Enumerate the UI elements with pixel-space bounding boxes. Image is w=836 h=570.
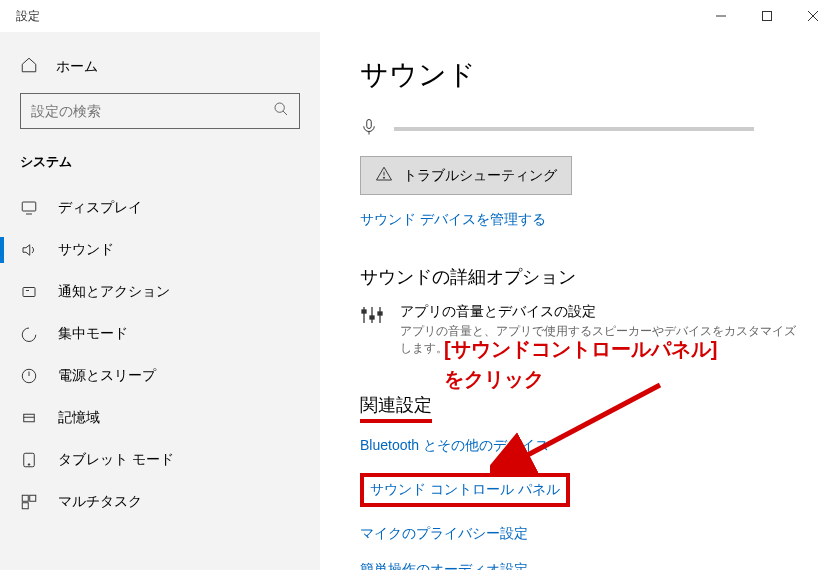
sidebar-item-label: ディスプレイ xyxy=(58,199,142,217)
link-bluetooth-devices[interactable]: Bluetooth とその他のデバイス xyxy=(360,437,796,455)
sidebar: ホーム システム ディスプレイサウンド通知とアクション集中モード電源とスリープ記… xyxy=(0,32,320,570)
sidebar-item-tablet[interactable]: タブレット モード xyxy=(0,439,320,481)
sidebar-item-display[interactable]: ディスプレイ xyxy=(0,187,320,229)
svg-point-4 xyxy=(275,103,284,112)
window-title: 設定 xyxy=(8,8,40,25)
speaker-icon xyxy=(20,241,38,259)
notification-icon xyxy=(20,283,38,301)
mic-level-meter xyxy=(394,127,754,131)
power-icon xyxy=(20,367,38,385)
warning-icon xyxy=(375,165,393,186)
maximize-button[interactable] xyxy=(744,0,790,32)
sidebar-item-multitask[interactable]: マルチタスク xyxy=(0,481,320,523)
svg-rect-18 xyxy=(22,503,28,509)
tablet-icon xyxy=(20,451,38,469)
sidebar-item-label: サウンド xyxy=(58,241,114,259)
search-input[interactable] xyxy=(20,93,300,129)
sidebar-item-label: 通知とアクション xyxy=(58,283,170,301)
svg-point-22 xyxy=(383,177,384,178)
main-panel: サウンド トラブルシューティング サウンド デバイスを管理する サウンドの詳細オ… xyxy=(320,32,836,570)
multitask-icon xyxy=(20,493,38,511)
svg-rect-12 xyxy=(24,414,35,422)
mic-level-row xyxy=(360,118,796,140)
svg-point-15 xyxy=(28,464,30,466)
svg-rect-28 xyxy=(378,312,382,315)
window-controls xyxy=(698,0,836,32)
home-icon xyxy=(20,56,38,77)
home-link[interactable]: ホーム xyxy=(0,48,320,93)
highlight-sound-control-panel: サウンド コントロール パネル xyxy=(360,473,570,507)
home-label: ホーム xyxy=(56,58,98,76)
minimize-button[interactable] xyxy=(698,0,744,32)
sidebar-item-label: 記憶域 xyxy=(58,409,100,427)
moon-icon xyxy=(20,325,38,343)
sidebar-item-storage[interactable]: 記憶域 xyxy=(0,397,320,439)
sidebar-item-power[interactable]: 電源とスリープ xyxy=(0,355,320,397)
search-field[interactable] xyxy=(31,103,273,119)
titlebar: 設定 xyxy=(0,0,836,32)
sidebar-item-label: 集中モード xyxy=(58,325,128,343)
sidebar-item-sound[interactable]: サウンド xyxy=(0,229,320,271)
app-volume-heading: アプリの音量とデバイスの設定 xyxy=(400,303,796,321)
storage-icon xyxy=(20,409,38,427)
sidebar-item-notifications[interactable]: 通知とアクション xyxy=(0,271,320,313)
display-icon xyxy=(20,199,38,217)
page-title: サウンド xyxy=(360,56,796,94)
svg-rect-8 xyxy=(23,288,35,297)
sliders-icon xyxy=(360,303,384,331)
svg-rect-1 xyxy=(763,12,772,21)
svg-line-5 xyxy=(283,111,287,115)
link-sound-control-panel[interactable]: サウンド コントロール パネル xyxy=(370,481,560,499)
svg-rect-26 xyxy=(370,316,374,319)
sidebar-item-focus[interactable]: 集中モード xyxy=(0,313,320,355)
manage-sound-devices-link[interactable]: サウンド デバイスを管理する xyxy=(360,211,796,229)
app-volume-row[interactable]: アプリの音量とデバイスの設定 アプリの音量と、アプリで使用するスピーカーやデバイ… xyxy=(360,303,796,357)
microphone-icon xyxy=(360,118,378,140)
related-section-title: 関連設定 xyxy=(360,393,796,423)
sidebar-item-label: タブレット モード xyxy=(58,451,174,469)
search-icon xyxy=(273,101,289,121)
nav-list: ディスプレイサウンド通知とアクション集中モード電源とスリープ記憶域タブレット モ… xyxy=(0,187,320,523)
svg-rect-6 xyxy=(22,202,36,211)
svg-rect-19 xyxy=(367,120,372,129)
sidebar-item-label: マルチタスク xyxy=(58,493,142,511)
close-button[interactable] xyxy=(790,0,836,32)
svg-rect-16 xyxy=(22,495,28,501)
app-volume-desc: アプリの音量と、アプリで使用するスピーカーやデバイスをカスタマイズします。 xyxy=(400,323,796,357)
troubleshoot-label: トラブルシューティング xyxy=(403,167,557,185)
sidebar-item-label: 電源とスリープ xyxy=(58,367,156,385)
section-label: システム xyxy=(0,153,320,187)
svg-rect-24 xyxy=(362,310,366,313)
link-mic-privacy[interactable]: マイクのプライバシー設定 xyxy=(360,525,796,543)
svg-rect-17 xyxy=(30,495,36,501)
link-ease-of-access-audio[interactable]: 簡単操作のオーディオ設定 xyxy=(360,561,796,570)
troubleshoot-button[interactable]: トラブルシューティング xyxy=(360,156,572,195)
advanced-section-title: サウンドの詳細オプション xyxy=(360,265,796,289)
